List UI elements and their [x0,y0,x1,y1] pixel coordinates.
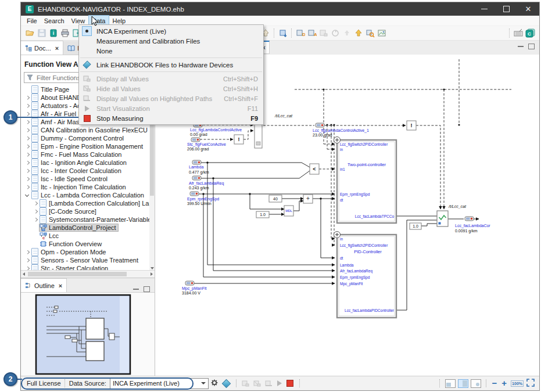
minimize-button[interactable] [473,2,495,16]
ehandbook-logo-icon[interactable]: C [525,28,535,38]
menu-item-none[interactable]: None [79,46,263,56]
panel-minimize-icon[interactable] [518,46,524,47]
tree-item-lcc-model[interactable]: cLcc [21,232,155,240]
settings-gear-icon[interactable] [210,379,218,389]
panel-maximize-icon[interactable] [144,286,150,292]
fit-to-screen-icon[interactable] [526,379,535,388]
arrow-up-disabled-icon[interactable] [342,28,352,38]
menu-item-display-all-values[interactable]: Display all Values Ctrl+Shift+D [79,74,263,84]
tree-horizontal-scrollbar[interactable] [21,270,155,278]
chevron-right-icon[interactable] [24,152,30,157]
tab-outline[interactable]: Outline × [21,278,67,292]
menu-file[interactable]: File [24,16,40,26]
chevron-right-icon[interactable] [33,200,38,206]
pid-controller-block[interactable]: in Lcc_flgSwitch2PIDController PID-Contr… [334,232,397,318]
arrow-up-icon[interactable] [353,28,364,38]
chevron-right-icon[interactable] [24,135,30,141]
layout-bottom-panel-icon[interactable] [445,379,456,388]
tab-close-icon[interactable]: × [59,282,62,289]
chevron-right-icon[interactable] [33,217,38,222]
chevron-right-icon[interactable] [24,111,30,117]
hide-values-icon[interactable] [252,378,263,389]
tree-item[interactable]: Dummy - Component Control [21,134,155,142]
chevron-right-icon[interactable] [24,143,30,149]
switch-block[interactable] [437,211,448,226]
chevron-down-icon[interactable] [24,192,30,198]
stop-measuring-icon[interactable] [286,380,293,387]
tree-item-function-overview[interactable]: Function Overview [21,240,155,248]
screenshot-icon[interactable] [377,28,387,38]
chevron-right-icon[interactable] [24,265,30,270]
display-values-a-icon[interactable]: A [307,28,317,38]
tab-documents[interactable]: Doc... × [21,41,63,55]
tree-item[interactable]: [C-Code Source] [21,207,155,215]
chevron-right-icon[interactable] [24,249,30,255]
start-visualization-icon[interactable] [277,380,282,386]
function-block-add-icon[interactable] [278,28,288,38]
zoom-100-icon[interactable]: 100% [511,380,524,387]
measurement-points[interactable]: Lcc_flgLambdaControlActive 0.00 grad Stc… [182,123,490,295]
tree-item-lambdacontrol-project[interactable]: LambdaControl_Project [21,224,155,232]
tab-close-icon[interactable]: × [55,45,59,52]
menu-item-display-highlighted[interactable]: Display all Values on Highlighted Paths … [79,93,263,103]
zoom-out-icon[interactable]: − [492,380,497,386]
chevron-right-icon[interactable] [24,176,30,182]
open-file-icon[interactable] [25,28,35,38]
chevron-right-icon[interactable] [24,168,30,174]
scroll-right-icon[interactable] [151,272,153,276]
menu-item-inca-experiment[interactable]: INCA Experiment (Live) [79,26,263,36]
outline-thumbnail[interactable] [21,293,155,377]
two-point-controller-block[interactable]: Lcc_flgSwitch2PIDController in in1 Epm_r… [334,137,397,224]
tree-item[interactable]: Isc - Idle Speed Control [21,175,155,183]
print-icon[interactable] [60,28,70,38]
chevron-right-icon[interactable] [24,103,30,109]
menu-item-hide-all-values[interactable]: Hide all Values Ctrl+Shift+H [79,84,263,93]
chevron-right-icon[interactable] [24,95,30,100]
scroll-left-icon[interactable] [23,272,25,276]
ehandbook-info-icon[interactable]: i [48,28,59,38]
menu-search[interactable]: Search [41,16,67,26]
menu-item-measurement-files[interactable]: Measurement and Calibration Files [79,36,263,46]
tree-item[interactable]: Sensors - Sensor Value Treatment [21,256,155,264]
menu-item-stop-measuring[interactable]: Stop Measuring F9 [79,113,263,123]
refresh-values-icon[interactable] [330,28,341,38]
keyboard-shortcuts-icon[interactable] [513,28,524,38]
tree-item-lcc-parent[interactable]: Lcc - Lambda Correction Calculation [21,191,155,199]
layout-detail-panel-icon[interactable] [471,379,481,388]
display-values-d-icon[interactable]: D [295,28,306,38]
tree-item[interactable]: Iac - Ignition Angle Calculation [21,159,155,167]
close-button[interactable]: ✕ [517,2,539,16]
panel-minimize-icon[interactable] [133,289,139,290]
chevron-right-icon[interactable] [24,184,30,190]
chevron-right-icon[interactable] [33,208,38,214]
tree-item[interactable]: Itc - Injection Time Calculation [21,183,155,191]
chevron-right-icon[interactable] [24,160,30,166]
tree-item[interactable]: Opm - Operation Mode [21,248,155,256]
layout-right-panel-icon[interactable] [458,379,468,388]
scroll-down-icon[interactable] [151,267,154,269]
panel-maximize-icon[interactable] [528,44,535,49]
display-highlighted-values-icon[interactable] [264,378,274,389]
search-function-icon[interactable] [365,28,375,38]
svg-text:Lambda: Lambda [340,263,354,267]
zoom-in-icon[interactable]: + [501,380,507,386]
maximize-button[interactable] [495,2,517,16]
page-icon [31,93,38,102]
tree-item[interactable]: Stc - Starter Calculation [21,264,155,270]
save-icon[interactable] [37,28,47,38]
tree-item[interactable]: Epm - Engine Position Management [21,142,155,150]
display-values-icon[interactable] [241,378,251,389]
tree-item[interactable]: Systemconstant-Parameter-Variable-Cl [21,215,155,224]
menu-item-link-hardware[interactable]: Link EHANDBOOK Files to Hardware Devices [79,60,263,70]
chevron-right-icon[interactable] [24,119,30,125]
svg-text:Lcc_flgLambdaControlActive: Lcc_flgLambdaControlActive [190,128,242,132]
menu-item-start-visualization[interactable]: Start Visualization F11 [79,103,263,113]
tree-item[interactable]: Fmc - Fuel Mass Calculation [21,150,155,159]
hardware-link-icon[interactable] [222,379,231,388]
chevron-right-icon[interactable] [24,127,30,133]
tree-item[interactable]: [Lambda Correction Calculation] Lamb [21,199,155,207]
tree-item[interactable]: Icc - Inter Cooler Calculation [21,167,155,175]
display-values-off-icon[interactable] [318,28,329,38]
tree-item[interactable]: CAN Calibration in Gasoline FlexECU [21,126,155,134]
chevron-right-icon[interactable] [24,257,30,263]
